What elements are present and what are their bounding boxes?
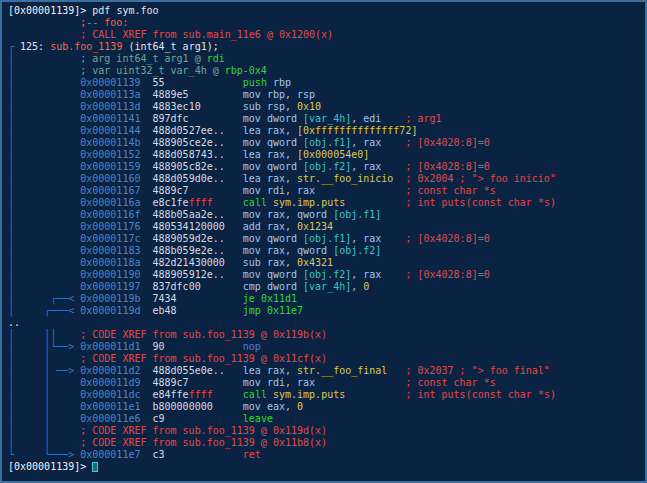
code-xref-line: │ │ ; CODE XREF from sub.foo_1139 @ 0x11… [8,353,645,365]
instruction-line: │ 0x00001190 488905912e.. mov qword [obj… [8,269,645,281]
function-signature-line: ┌ 125: sub.foo_1139 (int64_t arg1); [8,41,645,53]
instruction-line: │ 0x00001160 488d059d0e.. lea rax, str._… [8,173,645,185]
instruction-line: │ │ 0x000011dc e84ffeffff call sym.imp.p… [8,389,645,401]
instruction-line: │ 0x0000113d 4883ec10 sub rsp, 0x10 [8,101,645,113]
instruction-line: │ 0x00001197 837dfc00 cmp dword [var_4h]… [8,281,645,293]
instruction-line-jump-target: └ └───> 0x000011e7 c3 ret [8,449,645,461]
instruction-line: │ 0x0000117c 4889059d2e.. mov qword [obj… [8,233,645,245]
terminal-screen[interactable]: [0x00001139]> pdf sym.foo ;-- foo: ; CAL… [0,0,647,483]
prompt-command-line: [0x00001139]> pdf sym.foo [8,5,645,17]
flag-label-line: ;-- foo: [8,17,645,29]
instruction-line: │ 0x0000116f 488b05aa2e.. mov rax, qword… [8,209,645,221]
instruction-line: │ │ 0x000011e6 c9 leave [8,413,645,425]
call-xref-line: ; CALL XREF from sub.main_11e6 @ 0x1200(… [8,29,645,41]
instruction-line: │ │ 0x000011e1 b800000000 mov eax, 0 [8,401,645,413]
instruction-line-jump-target: │ │ ──> 0x000011d2 488d055e0e.. lea rax,… [8,365,645,377]
instruction-line: │ 0x00001167 4889c7 mov rdi, rax ; const… [8,185,645,197]
instruction-line-jump-source: │ ┌──< 0x0000119b 7434 je 0x11d1 [8,293,645,305]
terminal-cursor [92,462,98,472]
instruction-line: │ 0x00001183 488b059e2e.. mov rax, qword… [8,245,645,257]
instruction-line-jump-target: │ │└──> 0x000011d1 90 nop [8,341,645,353]
instruction-line-jump-source: │ ┌───< 0x0000119d eb48 jmp 0x11e7 [8,305,645,317]
prompt-line: [0x00001139]> [8,461,645,473]
instruction-line: │ 0x0000113a 4889e5 mov rbp, rsp [8,89,645,101]
instruction-line: │ 0x00001159 488905c82e.. mov qword [obj… [8,161,645,173]
instruction-line: │ 0x00001152 488d058743.. lea rax, [0x00… [8,149,645,161]
instruction-line: │ │ 0x000011d9 4889c7 mov rdi, rax ; con… [8,377,645,389]
instruction-line: │ 0x0000118a 482d21430000 sub rax, 0x432… [8,257,645,269]
instruction-line: │ 0x00001141 897dfc mov dword [var_4h], … [8,113,645,125]
instruction-line: │ 0x0000116a e8c1feffff call sym.imp.put… [8,197,645,209]
instruction-line: │ 0x00001176 480534120000 add rax, 0x123… [8,221,645,233]
code-xref-line: │ ││ ; CODE XREF from sub.foo_1139 @ 0x1… [8,329,645,341]
skip-line: .. [8,317,645,329]
instruction-line: │ 0x00001144 488d0527ee.. lea rax, [0xff… [8,125,645,137]
code-xref-line: │ │ ; CODE XREF from sub.foo_1139 @ 0x11… [8,425,645,437]
code-xref-line: │ │ ; CODE XREF from sub.foo_1139 @ 0x11… [8,437,645,449]
instruction-line: │ 0x0000114b 488905ce2e.. mov qword [obj… [8,137,645,149]
var-declaration-line: │ ; var uint32_t var_4h @ rbp-0x4 [8,65,645,77]
instruction-line: │ 0x00001139 55 push rbp [8,77,645,89]
arg-declaration-line: │ ; arg int64_t arg1 @ rdi [8,53,645,65]
